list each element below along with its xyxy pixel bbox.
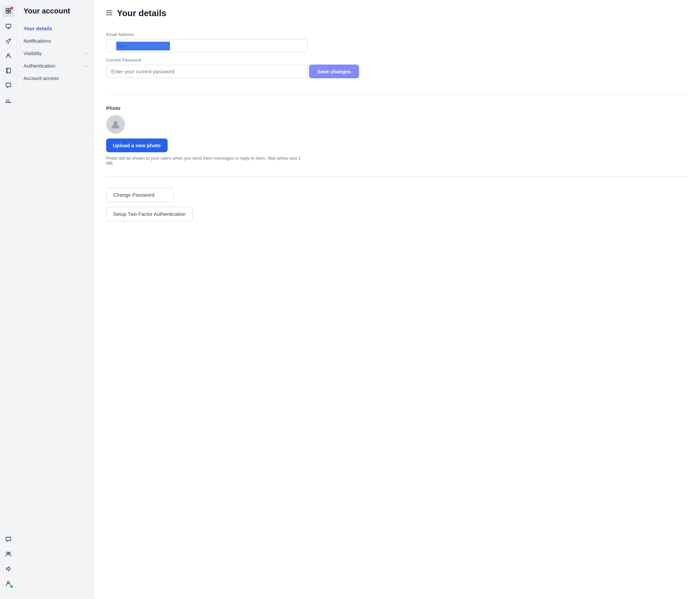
email-input[interactable] [106, 39, 308, 52]
svg-line-9 [6, 41, 8, 43]
sidebar-item-account-access[interactable]: Account access [17, 72, 94, 85]
photo-section: Photo Upload a new photo Photo will be s… [106, 105, 688, 177]
bar-chart-icon[interactable] [2, 94, 15, 106]
sidebar-item-label: Notifications [24, 38, 51, 44]
email-label: Email Address [106, 32, 688, 37]
two-factor-button[interactable]: Setup Two Factor Authentication [106, 207, 193, 221]
monitor-icon[interactable] [2, 20, 15, 32]
sidebar-item-notifications[interactable]: Notifications [17, 34, 94, 47]
sidebar-item-label: Visibility [24, 50, 42, 56]
current-password-input[interactable] [106, 65, 308, 78]
svg-point-18 [8, 552, 10, 554]
upload-photo-button[interactable]: Upload a new photo [106, 139, 168, 152]
photo-hint: Photo will be shown to your users when y… [106, 155, 308, 166]
team-icon[interactable] [2, 548, 15, 560]
chevron-right-icon: › [86, 51, 87, 56]
email-password-section: Email Address Current Password Save chan… [106, 32, 688, 94]
chat-icon[interactable] [2, 79, 15, 91]
sidebar-item-label: Your details [24, 26, 52, 31]
save-changes-button[interactable]: Save changes [309, 65, 359, 78]
email-input-wrapper [106, 39, 308, 52]
sidebar-title: Your account [17, 7, 94, 22]
bubble-icon[interactable] [2, 533, 15, 545]
users-icon[interactable] [2, 50, 15, 62]
sidebar-item-label: Authentication [24, 63, 55, 69]
security-section: Change Password Setup Two Factor Authent… [106, 188, 688, 237]
avatar [106, 115, 125, 134]
svg-rect-3 [9, 11, 11, 13]
megaphone-icon[interactable] [2, 563, 15, 575]
svg-rect-2 [6, 11, 8, 13]
sidebar-item-visibility[interactable]: Visibility › [17, 47, 94, 59]
svg-rect-4 [6, 24, 11, 28]
change-password-button[interactable]: Change Password [106, 188, 173, 202]
book-icon[interactable] [2, 65, 15, 77]
hamburger-icon[interactable] [106, 10, 112, 17]
icon-rail [0, 0, 17, 599]
svg-rect-0 [6, 8, 8, 10]
sidebar-item-authentication[interactable]: Authentication › [17, 59, 94, 72]
grid-icon[interactable] [2, 5, 15, 18]
svg-point-17 [6, 552, 8, 554]
main-header: Your details [94, 0, 700, 24]
chevron-right-icon: › [86, 64, 87, 68]
sidebar: Your account Your details Notifications … [17, 0, 94, 599]
svg-rect-12 [6, 83, 11, 87]
sidebar-item-your-details[interactable]: Your details [17, 22, 94, 34]
main-form: Email Address Current Password Save chan… [94, 24, 700, 256]
user-avatar-bottom-icon[interactable] [2, 577, 15, 590]
svg-point-19 [7, 581, 9, 583]
sidebar-nav: Your details Notifications Visibility › … [17, 22, 94, 85]
main-content-area: Your details Email Address Current Passw… [94, 0, 700, 599]
page-title: Your details [117, 8, 166, 19]
photo-label: Photo [106, 105, 688, 111]
password-label: Current Password [106, 57, 688, 63]
sidebar-item-label: Account access [24, 75, 59, 81]
send-icon[interactable] [2, 35, 15, 47]
notification-dot [10, 7, 13, 9]
